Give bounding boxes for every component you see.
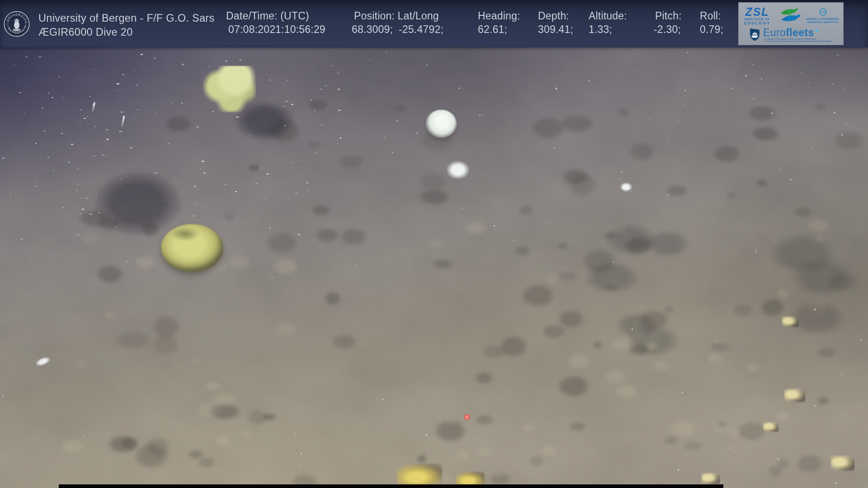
dark-depression [95, 172, 181, 235]
zsl-line2: ZOOLOGY [741, 21, 774, 25]
yellow-disc-sponge [161, 224, 223, 272]
datetime-label: Date/Time: (UTC) [226, 10, 309, 22]
white-fleck-left [34, 355, 52, 368]
roll-label: Roll: [700, 10, 721, 22]
latitude-value: 68.3009; [352, 23, 393, 36]
seafloor-scene [0, 0, 868, 488]
eurofleets-wordmark: Eurofleets+ [763, 27, 819, 38]
zsl-logo: ZSL INSTITUTE OF ZOOLOGY [741, 6, 774, 25]
critter-4 [782, 316, 798, 327]
critter-2 [831, 455, 854, 471]
institution-logos-panel: ZSL INSTITUTE OF ZOOLOGY [738, 2, 844, 45]
pitch-label: Pitch: [655, 10, 682, 22]
datetime-value: 07:08:2021:10:56:29 [228, 23, 326, 36]
critter-3 [702, 473, 720, 484]
stalk-2 [92, 102, 95, 112]
small-white-blob [620, 183, 632, 192]
rov-video-frame: UNIVERSITAS BERGENSIS University of Berg… [0, 0, 868, 488]
white-blob [447, 161, 469, 179]
logo-row-top: ZSL INSTITUTE OF ZOOLOGY [741, 4, 842, 28]
longitude-value: -25.4792; [399, 23, 443, 36]
mfri-wave-icon [819, 8, 827, 16]
roll-value: 0.79; [700, 23, 723, 36]
eurofleets-logo: Eurofleets+ An alliance of European mari… [741, 28, 842, 45]
white-anemone [426, 110, 457, 138]
mfri-line2: RESEARCH INSTITUTE [804, 21, 842, 24]
depth-label: Depth: [538, 10, 569, 22]
vessel-title: University of Bergen - F/F G.O. Sars ÆGI… [38, 11, 215, 39]
eurofleets-ship-icon [744, 28, 760, 42]
university-of-bergen-seal-icon: UNIVERSITAS BERGENSIS [4, 11, 30, 37]
altitude-label: Altitude: [589, 10, 627, 22]
org-line2: ÆGIR6000 Dive 20 [38, 25, 215, 39]
dark-patch-2 [235, 102, 294, 140]
pitch-value: -2.30; [654, 23, 681, 36]
heading-label: Heading: [478, 10, 520, 22]
depth-value: 309.41; [538, 23, 573, 36]
zsl-acronym: ZSL [741, 6, 774, 18]
benthic-features-layer [0, 0, 868, 488]
mfri-logo: MARINE & FRESHWATER RESEARCH INSTITUTE [804, 8, 842, 23]
fish-emblem-icon [774, 7, 804, 25]
position-label: Position: Lat/Long [354, 10, 439, 22]
eurofleets-plus: + [815, 26, 819, 35]
eurofleets-word2: fleets [786, 27, 814, 38]
stalk-1 [121, 116, 125, 127]
eurofleets-word1: Euro [763, 27, 786, 38]
heading-value: 62.61; [478, 23, 507, 36]
eurofleets-tagline-2: to meet the evolving needs of the resear… [764, 40, 831, 42]
altitude-value: 1.33; [589, 23, 612, 36]
mfri-line1: MARINE & FRESHWATER [804, 18, 842, 21]
critter-1 [784, 389, 805, 402]
video-letterbox-strip [59, 484, 723, 488]
eurofleets-tagline: An alliance of European marine research … [764, 38, 831, 43]
critter-5 [763, 422, 778, 432]
laser-dot [464, 414, 470, 420]
telemetry-hud-bar: UNIVERSITAS BERGENSIS University of Berg… [0, 0, 868, 47]
org-line1: University of Bergen - F/F G.O. Sars [38, 11, 215, 25]
